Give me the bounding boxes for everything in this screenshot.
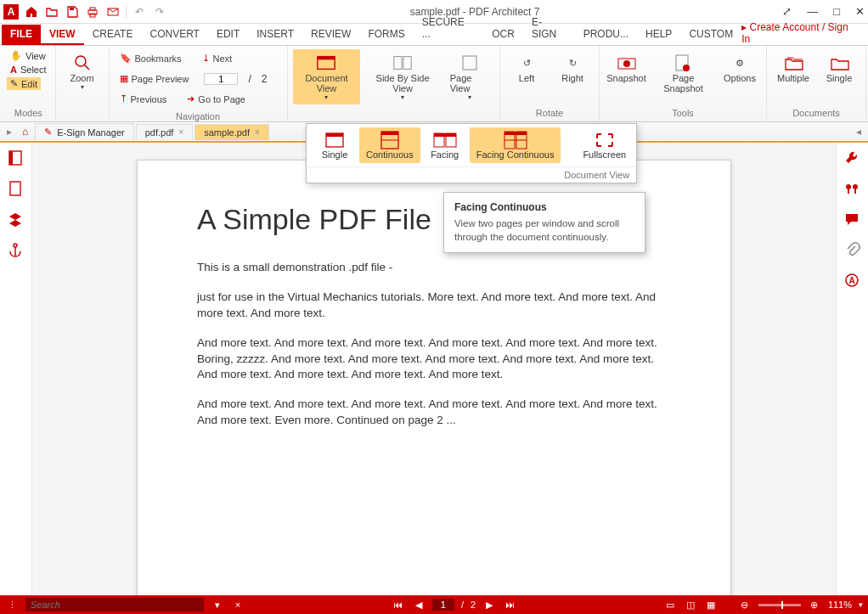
- mode-view[interactable]: ✋View: [7, 49, 49, 62]
- home-icon[interactable]: [24, 4, 39, 20]
- tab-view[interactable]: VIEW: [41, 25, 84, 45]
- zoom-level[interactable]: 111%: [828, 600, 852, 610]
- tab-file[interactable]: FILE: [2, 25, 41, 45]
- view-single-button[interactable]: Single: [310, 127, 359, 163]
- zoom-button[interactable]: Zoom ▾: [61, 49, 104, 94]
- sidebyside-icon: [392, 53, 413, 73]
- ribbon-toggle-icon[interactable]: ⤢: [782, 5, 792, 18]
- view-continuous-button[interactable]: Continuous: [359, 127, 420, 163]
- next-page-icon[interactable]: ▶: [482, 598, 496, 611]
- doctab-pdf[interactable]: pdf.pdf×: [136, 124, 193, 140]
- search-panel-icon[interactable]: [843, 180, 862, 199]
- folder-icon: [829, 53, 849, 73]
- tools-panel-icon[interactable]: [843, 149, 862, 168]
- account-link[interactable]: ▸ Create Account / Sign In: [741, 21, 866, 45]
- document-canvas[interactable]: A Simple PDF File This is a small demons…: [32, 143, 836, 614]
- document-paragraph: This is a small demonstration .pdf file …: [197, 260, 671, 276]
- chevron-down-icon[interactable]: ▾: [859, 600, 863, 609]
- document-view-button[interactable]: Document View ▾: [293, 49, 361, 104]
- page-view-button[interactable]: Page View ▾: [445, 49, 494, 104]
- search-input[interactable]: [25, 598, 204, 611]
- doctab-esign[interactable]: ✎E-Sign Manager: [35, 123, 134, 140]
- tooltip-title: Facing Continuous: [454, 201, 634, 213]
- close-button[interactable]: ✕: [855, 5, 865, 18]
- print-icon[interactable]: [85, 4, 100, 20]
- layers-panel-icon[interactable]: [7, 211, 25, 229]
- previous-button[interactable]: ⤒Previous: [115, 90, 172, 108]
- rotate-right-button[interactable]: ↻Right: [551, 49, 594, 87]
- zoom-out-icon[interactable]: ⊖: [738, 598, 752, 611]
- anchor-panel-icon[interactable]: [7, 241, 25, 260]
- svg-rect-13: [463, 56, 476, 70]
- snapshot-button[interactable]: Snapshot: [605, 49, 648, 87]
- view-facing-continuous-button[interactable]: Facing Continuous: [470, 127, 561, 163]
- rotate-left-button[interactable]: ↺Left: [505, 49, 548, 87]
- minimize-button[interactable]: —: [807, 5, 818, 18]
- svg-rect-4: [90, 8, 95, 10]
- tab-help[interactable]: HELP: [637, 25, 680, 45]
- rotate-left-icon: ↺: [516, 53, 537, 73]
- open-icon[interactable]: [44, 4, 59, 20]
- bookmarks-button[interactable]: 🔖Bookmarks: [115, 49, 187, 67]
- bookmarks-panel-icon[interactable]: [7, 149, 25, 168]
- undo-icon[interactable]: ↶: [132, 4, 147, 20]
- zoom-in-icon[interactable]: ⊕: [808, 598, 821, 611]
- chevron-down-icon: ▾: [81, 83, 84, 91]
- svg-rect-10: [318, 57, 335, 60]
- comment-panel-icon[interactable]: [843, 211, 862, 229]
- view-mode-2-icon[interactable]: ◫: [684, 598, 697, 611]
- expand-right-icon[interactable]: ◂: [853, 126, 865, 138]
- search-dropdown-icon[interactable]: ▾: [211, 598, 224, 611]
- last-page-icon[interactable]: ⏭: [503, 598, 516, 611]
- tab-esign[interactable]: E-SIGN: [523, 13, 575, 45]
- svg-rect-36: [434, 133, 456, 137]
- attachment-panel-icon[interactable]: [843, 241, 862, 260]
- side-by-side-button[interactable]: Side By Side View ▾: [364, 49, 441, 104]
- status-page-total: 2: [471, 600, 476, 610]
- mode-edit[interactable]: ✎Edit: [7, 77, 41, 90]
- email-icon[interactable]: [105, 4, 121, 20]
- stamps-panel-icon[interactable]: A: [843, 272, 862, 290]
- status-menu-icon[interactable]: ⋮: [5, 598, 19, 611]
- view-mode-1-icon[interactable]: ▭: [663, 598, 677, 611]
- home-small-icon[interactable]: ⌂: [17, 126, 33, 138]
- tab-create[interactable]: CREATE: [84, 25, 142, 45]
- goto-page-button[interactable]: ➜Go to Page: [182, 90, 251, 108]
- page-number-input[interactable]: [204, 73, 238, 85]
- view-facing-button[interactable]: Facing: [420, 127, 470, 163]
- save-icon[interactable]: [65, 4, 80, 20]
- app-logo-icon[interactable]: A: [3, 4, 19, 20]
- tab-edit[interactable]: EDIT: [208, 25, 248, 45]
- tab-produ[interactable]: PRODU...: [575, 25, 637, 45]
- tab-ocr[interactable]: OCR: [483, 25, 523, 45]
- close-tab-icon[interactable]: ×: [178, 127, 183, 137]
- redo-icon[interactable]: ↷: [152, 4, 167, 20]
- tab-forms[interactable]: FORMS: [359, 25, 413, 45]
- multiple-docs-button[interactable]: Multiple: [772, 49, 814, 87]
- mode-select[interactable]: ASelect: [7, 64, 50, 76]
- search-close-icon[interactable]: ×: [231, 598, 245, 611]
- page-snapshot-button[interactable]: Page Snapshot: [651, 49, 715, 97]
- page-camera-icon: [673, 53, 693, 73]
- doctab-sample[interactable]: sample.pdf×: [194, 124, 269, 140]
- close-tab-icon[interactable]: ×: [255, 127, 260, 137]
- tab-secure[interactable]: SECURE ...: [414, 13, 483, 45]
- tab-convert[interactable]: CONVERT: [141, 25, 207, 45]
- status-page-current[interactable]: 1: [432, 599, 454, 611]
- expand-left-icon[interactable]: ▸: [3, 126, 15, 138]
- first-page-icon[interactable]: ⏮: [392, 598, 405, 611]
- next-button[interactable]: ⤓Next: [197, 49, 238, 67]
- options-button[interactable]: ⚙Options: [719, 49, 761, 87]
- thumbnails-panel-icon[interactable]: [7, 180, 25, 199]
- view-fullscreen-button[interactable]: Fullscreen: [576, 127, 633, 163]
- svg-line-8: [84, 65, 89, 70]
- tab-custom[interactable]: CUSTOM: [680, 25, 741, 45]
- tab-insert[interactable]: INSERT: [248, 25, 302, 45]
- single-doc-button[interactable]: Single: [818, 49, 860, 87]
- prev-page-icon[interactable]: ◀: [412, 598, 426, 611]
- maximize-button[interactable]: □: [833, 5, 840, 18]
- main-area: A Simple PDF File This is a small demons…: [0, 143, 868, 614]
- tab-review[interactable]: REVIEW: [302, 25, 359, 45]
- page-preview-button[interactable]: ▦Page Preview: [115, 70, 194, 87]
- view-mode-3-icon[interactable]: ▦: [704, 598, 718, 611]
